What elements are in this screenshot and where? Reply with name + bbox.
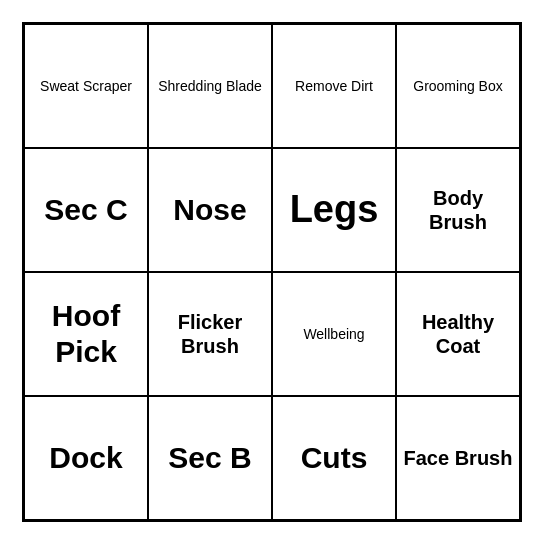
cell-2-2: Wellbeing [272, 272, 396, 396]
cell-1-2: Legs [272, 148, 396, 272]
cell-0-2: Remove Dirt [272, 24, 396, 148]
bingo-card: Sweat ScraperShredding BladeRemove DirtG… [22, 22, 522, 522]
cell-2-0: Hoof Pick [24, 272, 148, 396]
cell-0-3: Grooming Box [396, 24, 520, 148]
cell-0-0: Sweat Scraper [24, 24, 148, 148]
cell-1-3: Body Brush [396, 148, 520, 272]
cell-2-1: Flicker Brush [148, 272, 272, 396]
cell-1-0: Sec C [24, 148, 148, 272]
cell-2-3: Healthy Coat [396, 272, 520, 396]
cell-3-2: Cuts [272, 396, 396, 520]
cell-3-0: Dock [24, 396, 148, 520]
cell-3-1: Sec B [148, 396, 272, 520]
cell-1-1: Nose [148, 148, 272, 272]
cell-0-1: Shredding Blade [148, 24, 272, 148]
cell-3-3: Face Brush [396, 396, 520, 520]
